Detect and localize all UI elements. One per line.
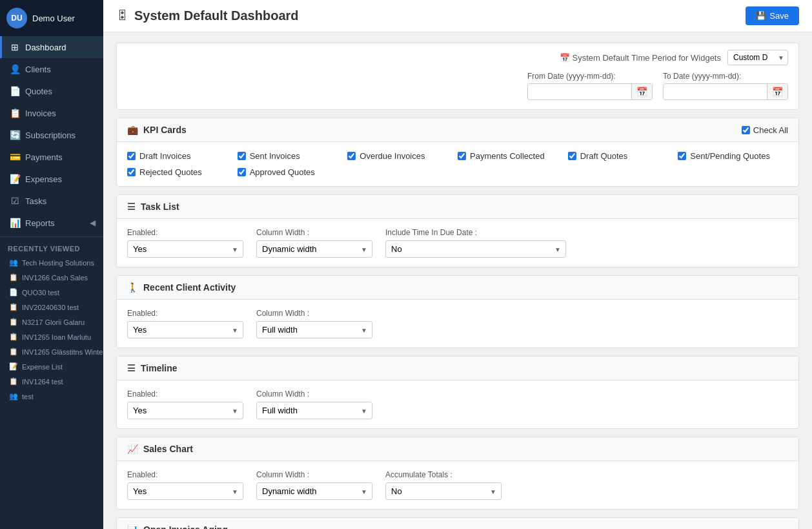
rv-label-4: INV20240630 test [22,304,79,311]
rv-label-8: Expense List [22,363,63,371]
sidebar-label-quotes: Quotes [25,87,52,96]
kpi-draft-quotes[interactable]: Draft Quotes [568,151,678,161]
tasks-icon: ☑ [10,196,20,206]
sidebar-header: DU Demo User [0,0,103,36]
recently-viewed-item-9[interactable]: 📋 INV1264 test [0,374,103,389]
from-date-label: From Date (yyyy-mm-dd): [527,72,653,81]
save-label: Save [769,11,789,21]
task-list-section: ☰ Task List Enabled: Yes No ▼ [116,194,799,267]
kpi-draft-quotes-checkbox[interactable] [568,152,576,160]
recently-viewed-item-2[interactable]: 📋 INV1266 Cash Sales [0,270,103,285]
from-date-calendar-button[interactable]: 📅 [631,84,652,99]
kpi-sent-invoices[interactable]: Sent Invoices [238,151,348,161]
sales-chart-title: Sales Chart [143,444,193,454]
rv-icon-6: 📋 [9,333,18,341]
rv-icon-5: 📋 [9,318,18,326]
rv-icon-4: 📋 [9,303,18,311]
clients-icon: 👤 [10,64,20,74]
kpi-sent-invoices-checkbox[interactable] [238,152,246,160]
rc-column-width-select[interactable]: Full width Dynamic width [256,321,372,338]
sidebar-item-dashboard[interactable]: ⊞ Dashboard [0,36,103,58]
recently-viewed-item-6[interactable]: 📋 INV1265 Ioan Marlutu [0,329,103,344]
time-period-top: 📅 System Default Time Period for Widgets… [127,50,788,65]
sidebar-item-subscriptions[interactable]: 🔄 Subscriptions [0,124,103,146]
rc-enabled-select[interactable]: Yes No [127,321,243,338]
kpi-payments-collected-checkbox[interactable] [458,152,466,160]
kpi-approved-quotes-checkbox[interactable] [238,168,246,176]
rv-label-6: INV1265 Ioan Marlutu [22,333,91,341]
to-date-calendar-button[interactable]: 📅 [767,84,787,99]
task-enabled-select[interactable]: Yes No [127,240,243,258]
rc-column-width-label: Column Width : [256,309,372,318]
sidebar-label-expenses: Expenses [25,174,62,184]
kpi-rejected-quotes-checkbox[interactable] [127,168,136,176]
recently-viewed-item-5[interactable]: 📋 N3217 Glorii Galaru [0,315,103,329]
sc-column-width-select[interactable]: Dynamic width Full width [256,482,372,500]
task-list-form-row: Enabled: Yes No ▼ Column Width : [127,228,788,258]
kpi-draft-invoices[interactable]: Draft Invoices [127,151,238,161]
save-button[interactable]: 💾 Save [746,6,799,25]
recently-viewed-item-10[interactable]: 👥 test [0,389,103,404]
recently-viewed-item-1[interactable]: 👥 Tech Hosting Solutions [0,255,103,270]
topbar: 🎛 System Default Dashboard 💾 Save [103,0,812,32]
rc-enabled-group: Enabled: Yes No ▼ [127,309,243,338]
sales-chart-icon: 📈 [127,444,138,454]
tl-enabled-select[interactable]: Yes No [127,402,243,419]
subscriptions-icon: 🔄 [10,130,20,140]
sidebar-label-reports: Reports [25,218,55,228]
kpi-sent-pending-quotes[interactable]: Sent/Pending Quotes [678,151,788,161]
task-include-time-select[interactable]: No Yes [385,240,566,258]
kpi-payments-collected[interactable]: Payments Collected [458,151,568,161]
kpi-overdue-invoices-checkbox[interactable] [347,152,356,160]
content-area: 📅 System Default Time Period for Widgets… [103,32,812,529]
kpi-grid-row2: Rejected Quotes Approved Quotes [127,167,788,177]
rc-column-width-group: Column Width : Full width Dynamic width … [256,309,372,338]
recently-viewed-item-3[interactable]: 📄 QUO30 test [0,285,103,300]
to-date-input[interactable] [664,85,767,99]
recently-viewed-item-4[interactable]: 📋 INV20240630 test [0,300,103,315]
timeline-header: ☰ Timeline [117,357,798,380]
avatar: DU [6,8,27,28]
collapse-icon[interactable]: ◀ [90,218,96,227]
kpi-approved-quotes[interactable]: Approved Quotes [238,167,348,177]
tl-column-width-group: Column Width : Full width Dynamic width … [256,389,372,419]
sc-accumulate-select[interactable]: No Yes [385,482,502,500]
topbar-left: 🎛 System Default Dashboard [116,8,299,23]
tl-enabled-group: Enabled: Yes No ▼ [127,389,243,419]
kpi-draft-invoices-checkbox[interactable] [127,152,136,160]
sidebar-label-subscriptions: Subscriptions [25,130,76,140]
tl-column-width-select[interactable]: Full width Dynamic width [256,402,372,419]
check-all-checkbox[interactable] [742,126,750,134]
recently-viewed-item-8[interactable]: 📝 Expense List [0,359,103,374]
from-date-input[interactable] [528,85,631,99]
open-invoice-aging-title: Open Invoice Aging [143,524,228,529]
check-all-label[interactable]: Check All [742,125,788,135]
kpi-overdue-invoices[interactable]: Overdue Invoices [347,151,458,161]
kpi-sent-pending-quotes-checkbox[interactable] [678,152,686,160]
sidebar-item-quotes[interactable]: 📄 Quotes [0,80,103,102]
kpi-rejected-quotes[interactable]: Rejected Quotes [127,167,238,177]
sidebar-item-invoices[interactable]: 📋 Invoices [0,102,103,124]
main-content: 🎛 System Default Dashboard 💾 Save 📅 Syst… [103,0,812,529]
task-list-header-left: ☰ Task List [127,202,179,212]
sidebar-item-payments[interactable]: 💳 Payments [0,146,103,168]
sales-chart-header-left: 📈 Sales Chart [127,444,193,454]
sc-enabled-select[interactable]: Yes No [127,482,243,500]
time-period-select[interactable]: Custom D This Month Last Month This Year [727,50,788,65]
sidebar-nav: ⊞ Dashboard 👤 Clients 📄 Quotes 📋 Invoice… [0,36,103,529]
sc-column-width-group: Column Width : Dynamic width Full width … [256,470,372,500]
kpi-draft-quotes-label: Draft Quotes [580,151,628,161]
time-period-text: System Default Time Period for Widgets [573,53,721,63]
dashboard-icon: ⊞ [10,42,20,52]
sidebar-item-tasks[interactable]: ☑ Tasks [0,190,103,212]
sidebar-item-expenses[interactable]: 📝 Expenses [0,168,103,190]
rv-label-5: N3217 Glorii Galaru [22,318,85,326]
tl-enabled-label: Enabled: [127,389,243,399]
task-column-width-select[interactable]: Dynamic width Full width [256,240,372,258]
time-period-select-wrap: Custom D This Month Last Month This Year… [727,50,788,65]
recently-viewed-item-7[interactable]: 📋 INV1265 Glässtitns Wintergarten [0,344,103,359]
expenses-icon: 📝 [10,174,20,184]
rv-icon-8: 📝 [9,362,18,371]
sidebar-item-clients[interactable]: 👤 Clients [0,58,103,80]
sidebar-item-reports[interactable]: 📊 Reports ◀ [0,212,103,234]
